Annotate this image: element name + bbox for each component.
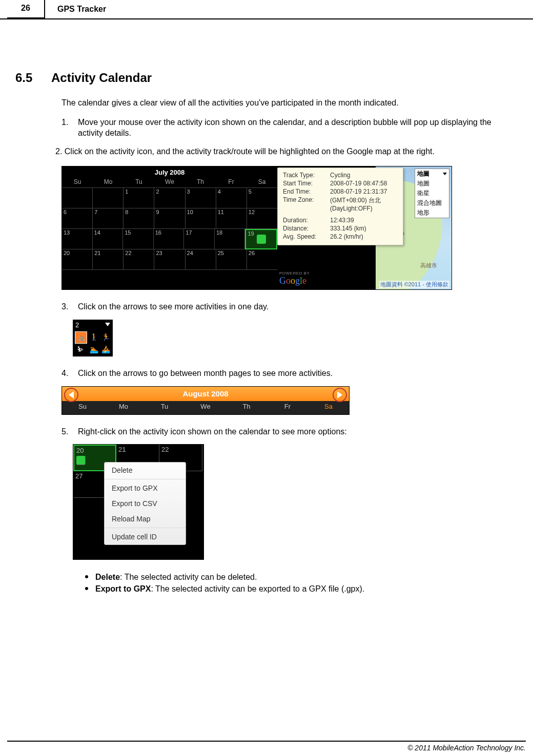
calendar-cell[interactable]: 9: [154, 208, 185, 229]
day-number: 19: [248, 230, 254, 237]
list-item: Delete: The selected activity can be del…: [85, 571, 518, 583]
context-menu[interactable]: Delete Export to GPX Export to CSV Reloa…: [104, 462, 186, 545]
calendar-cell[interactable]: 2: [154, 188, 185, 208]
calendar-cell[interactable]: 21: [93, 249, 124, 270]
calendar-cell[interactable]: 16: [154, 229, 184, 249]
calendar-weekday-row: Su Mo Tu We Th Fr Sa: [62, 177, 277, 187]
weekday-fr: Fr: [267, 403, 308, 410]
activity-swimming-icon[interactable]: 🏊: [88, 344, 99, 355]
section-title: Activity Calendar: [51, 71, 152, 85]
calendar-cell[interactable]: 26: [247, 249, 277, 270]
calendar-cell[interactable]: 14: [93, 229, 124, 249]
step-2: 2. Click on the activity icon, and the a…: [55, 146, 518, 157]
map-type-option[interactable]: 衛星: [415, 188, 449, 198]
step-1: 1. Move your mouse over the activity ico…: [61, 117, 518, 139]
step-3: 3. Click on the arrows to see more activ…: [61, 301, 518, 312]
calendar-cell[interactable]: 11: [216, 208, 247, 229]
map-powered-by: POWERED BY Google: [279, 271, 310, 286]
map-attribution-link[interactable]: 地圖資料 ©2011 - 使用條款: [379, 281, 449, 288]
calendar-cell[interactable]: [93, 188, 124, 208]
step-list: 1. Move your mouse over the activity ico…: [61, 117, 518, 139]
figure-month-nav: August 2008 Su Mo Tu We Th Fr Sa: [61, 386, 350, 415]
tooltip-value: 12:43:39: [330, 213, 398, 224]
section-number: 6.5: [15, 71, 51, 85]
activity-skiing-icon[interactable]: ⛷: [75, 344, 86, 355]
calendar-cell[interactable]: 6: [62, 208, 93, 229]
calendar-cell[interactable]: 23: [154, 249, 185, 270]
list-marker: 4.: [61, 368, 78, 379]
tooltip-value: 333.145 (km): [330, 224, 398, 233]
activity-cycling-icon[interactable]: 🚲: [75, 331, 87, 344]
option-descriptions: Delete: The selected activity can be del…: [85, 571, 518, 595]
list-marker: 3.: [61, 301, 78, 312]
map-type-option[interactable]: 地圖: [415, 179, 449, 188]
map-type-option[interactable]: 混合地圖: [415, 198, 449, 208]
calendar-cell[interactable]: 25: [216, 249, 247, 270]
calendar-cell[interactable]: 24: [186, 249, 216, 270]
arrow-right-icon: [337, 391, 342, 398]
calendar-cell[interactable]: 1: [124, 188, 154, 208]
calendar-cell[interactable]: 5: [247, 188, 277, 208]
weekday-tu: Tu: [144, 403, 185, 410]
page-content: 6.5Activity Calendar The calendar gives …: [0, 19, 533, 595]
menu-item-delete[interactable]: Delete: [105, 463, 186, 478]
calendar-grid: 1 2 3 4 5 6 7 8 9 10 11 12: [62, 187, 277, 270]
map-type-selected[interactable]: 地圖: [415, 169, 449, 179]
option-desc: : The selected activity can be exported …: [151, 584, 364, 593]
map-type-option[interactable]: 地形: [415, 208, 449, 218]
tooltip-label: Start Time:: [283, 179, 330, 187]
next-month-button[interactable]: [333, 388, 347, 402]
step-text: Move your mouse over the activity icon s…: [78, 117, 518, 139]
step-5: 5. Right-click on the activity icon show…: [61, 426, 518, 437]
step-text: Click on the arrows to go between month …: [78, 368, 518, 379]
weekday-row: Su Mo Tu We Th Fr Sa: [62, 401, 349, 410]
tooltip-label: Duration:: [283, 213, 330, 224]
weekday-sa: Sa: [308, 403, 349, 410]
calendar-cell[interactable]: 3: [186, 188, 216, 208]
calendar-cell[interactable]: 15: [123, 229, 154, 249]
map-type-dropdown[interactable]: 地圖 地圖 衛星 混合地圖 地形: [415, 169, 449, 218]
calendar-cell[interactable]: 20: [62, 249, 93, 270]
menu-item-export-gpx[interactable]: Export to GPX: [105, 480, 186, 496]
activity-icon[interactable]: [257, 235, 266, 244]
day-count: 2: [75, 321, 79, 329]
option-name: Export to GPX: [95, 584, 151, 593]
figure-context-menu: 20 21 22 27 Delete Export to GPX Export …: [73, 444, 204, 560]
calendar-cell[interactable]: 4: [216, 188, 247, 208]
tooltip-label: Avg. Speed:: [283, 233, 330, 241]
calendar-cell-selected[interactable]: 19: [245, 229, 277, 249]
activity-icon[interactable]: [76, 456, 86, 465]
calendar-cell[interactable]: 10: [186, 208, 216, 229]
prev-month-button[interactable]: [64, 388, 78, 402]
tooltip-value: 2008-07-19 21:31:37: [330, 187, 398, 196]
tooltip-value: Cycling: [330, 171, 398, 179]
calendar-cell[interactable]: 13: [62, 229, 93, 249]
month-nav-bar: August 2008: [62, 387, 349, 401]
map-city-label: 高雄市: [420, 262, 437, 269]
calendar-cell[interactable]: 17: [184, 229, 215, 249]
menu-item-export-csv[interactable]: Export to CSV: [105, 496, 186, 511]
menu-separator: [105, 528, 186, 528]
activity-running-icon[interactable]: 🏃: [100, 331, 111, 343]
calendar-cell[interactable]: 12: [247, 208, 277, 229]
weekday-su: Su: [62, 177, 93, 187]
calendar-month-label: July 2008: [62, 166, 277, 177]
tooltip-value: (GMT+08:00) 台北 (DayLight:OFF): [330, 196, 398, 213]
weekday-su: Su: [62, 403, 103, 410]
calendar-cell[interactable]: 22: [124, 249, 154, 270]
section-heading: 6.5Activity Calendar: [15, 71, 518, 85]
figure-calendar-tooltip-map: July 2008 Su Mo Tu We Th Fr Sa 1 2: [61, 166, 452, 290]
activity-tooltip: Track Type:Cycling Start Time:2008-07-19…: [277, 167, 403, 245]
activity-walking-icon[interactable]: 🚶: [88, 331, 99, 343]
calendar-cell[interactable]: 18: [215, 229, 245, 249]
calendar-widget[interactable]: July 2008 Su Mo Tu We Th Fr Sa 1 2: [62, 166, 277, 289]
calendar-cell[interactable]: [62, 188, 93, 208]
activity-rowing-icon[interactable]: 🚣: [100, 344, 111, 355]
menu-item-reload-map[interactable]: Reload Map: [105, 511, 186, 527]
calendar-cell[interactable]: 7: [93, 208, 124, 229]
list-item: Export to GPX: The selected activity can…: [85, 583, 518, 595]
menu-item-update-cell-id[interactable]: Update cell ID: [105, 529, 186, 544]
step-text: Click on the arrows to see more activiti…: [78, 301, 518, 312]
calendar-cell[interactable]: 8: [124, 208, 154, 229]
chevron-down-icon[interactable]: [105, 323, 110, 326]
